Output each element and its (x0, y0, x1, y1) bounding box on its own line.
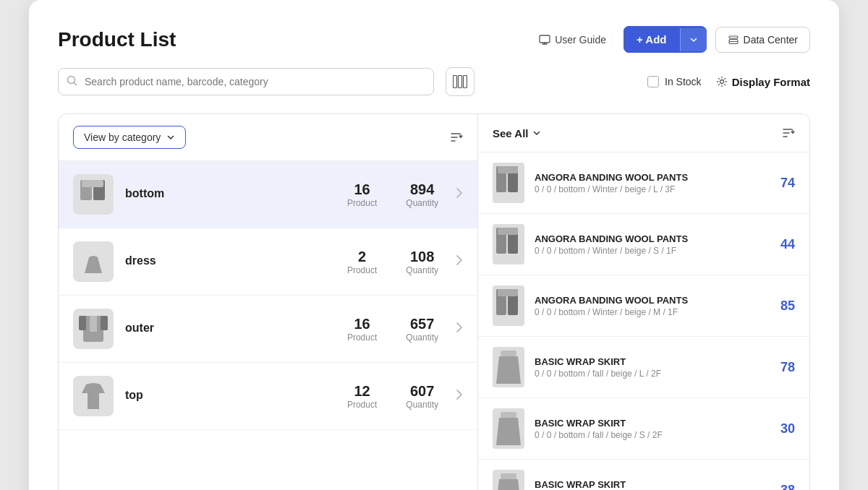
product-quantity: 78 (769, 360, 795, 375)
category-row[interactable]: outer 16 Product 657 Quantity (59, 296, 477, 363)
see-all-button[interactable]: See All (493, 127, 541, 139)
product-row[interactable]: BASIC WRAP SKIRT 0 / 0 / bottom / fall /… (478, 337, 809, 398)
product-thumb (493, 163, 524, 203)
svg-rect-18 (498, 166, 518, 173)
product-name: BASIC WRAP SKIRT (535, 356, 759, 367)
toolbar: In Stock Display Format (58, 67, 810, 96)
product-label: Product (347, 198, 377, 208)
quantity-count: 108 (406, 249, 438, 265)
product-info: ANGORA BANDING WOOL PANTS 0 / 0 / bottom… (535, 295, 759, 317)
left-panel-header: View by category (59, 114, 477, 161)
sort-button[interactable] (448, 130, 463, 145)
svg-point-7 (720, 80, 723, 84)
product-name: BASIC WRAP SKIRT (535, 479, 759, 490)
category-info: top (125, 389, 143, 403)
in-stock-filter[interactable]: In Stock (647, 76, 702, 87)
product-quantity: 85 (769, 298, 795, 314)
product-thumb (493, 285, 524, 326)
page-title: Product List (58, 28, 176, 51)
product-thumb (493, 408, 524, 449)
monitor-icon (539, 34, 550, 46)
svg-rect-21 (498, 228, 518, 235)
product-label: Product (347, 332, 377, 343)
products-sort-button[interactable] (780, 126, 795, 140)
chevron-right-icon (456, 389, 463, 404)
quantity-label: Quantity (406, 400, 438, 410)
search-input[interactable] (58, 68, 434, 95)
product-count-block: 2 Product (347, 249, 377, 275)
add-button-group: + Add (624, 26, 707, 53)
product-thumb (493, 470, 524, 490)
chevron-right-icon (456, 187, 463, 202)
quantity-label: Quantity (406, 265, 438, 275)
quantity-count: 894 (406, 181, 438, 198)
category-name: dress (125, 254, 156, 267)
left-panel: View by category (59, 114, 478, 490)
product-meta: 0 / 0 / bottom / Winter / beige / M / 1F (535, 307, 759, 317)
in-stock-checkbox[interactable] (647, 76, 659, 87)
category-info: bottom (125, 187, 164, 202)
product-info: ANGORA BANDING WOOL PANTS 0 / 0 / bottom… (535, 233, 759, 256)
svg-rect-24 (498, 289, 518, 296)
product-info: BASIC WRAP SKIRT 0 / 0 / bottom / fall /… (535, 418, 759, 440)
quantity-label: Quantity (406, 198, 438, 208)
database-icon (728, 34, 739, 46)
product-label: Product (347, 400, 377, 410)
display-format-button[interactable]: Display Format (716, 76, 810, 88)
product-info: BASIC WRAP SKIRT 0 / 0 / bottom / fall /… (535, 356, 759, 379)
product-row[interactable]: ANGORA BANDING WOOL PANTS 0 / 0 / bottom… (478, 275, 809, 337)
add-main-button[interactable]: + Add (624, 26, 680, 53)
product-count-block: 12 Product (347, 383, 377, 410)
category-row[interactable]: dress 2 Product 108 Quantity (59, 228, 477, 296)
toolbar-right: In Stock Display Format (647, 76, 810, 88)
product-meta: 0 / 0 / bottom / fall / beige / S / 2F (535, 430, 759, 440)
quantity-count: 607 (406, 383, 438, 400)
product-row[interactable]: ANGORA BANDING WOOL PANTS 0 / 0 / bottom… (478, 152, 809, 214)
sort-icon (780, 126, 795, 140)
product-thumb (493, 347, 524, 387)
quantity-block: 607 Quantity (406, 383, 438, 410)
category-row[interactable]: bottom 16 Product 894 Quantity (59, 161, 477, 228)
svg-rect-6 (464, 76, 467, 88)
svg-rect-5 (459, 76, 462, 88)
svg-rect-4 (454, 76, 457, 88)
svg-rect-26 (501, 412, 516, 418)
product-meta: 0 / 0 / bottom / Winter / beige / S / 1F (535, 246, 759, 256)
category-thumb (73, 174, 114, 215)
svg-rect-15 (90, 316, 97, 332)
product-count: 2 (347, 249, 377, 265)
svg-rect-2 (729, 39, 738, 41)
product-count: 12 (347, 383, 377, 400)
product-name: ANGORA BANDING WOOL PANTS (535, 172, 759, 183)
product-quantity: 44 (769, 237, 795, 252)
category-thumb (73, 241, 114, 282)
category-row[interactable]: top 12 Product 607 Quantity (59, 363, 477, 430)
barcode-icon (453, 75, 467, 88)
product-quantity: 38 (769, 483, 795, 491)
product-label: Product (347, 265, 377, 275)
quantity-label: Quantity (406, 332, 438, 343)
product-count-block: 16 Product (347, 316, 377, 343)
svg-rect-10 (82, 180, 103, 187)
barcode-scan-button[interactable] (446, 67, 475, 96)
product-row[interactable]: ANGORA BANDING WOOL PANTS 0 / 0 / bottom… (478, 214, 809, 275)
quantity-block: 657 Quantity (406, 316, 438, 343)
view-by-category-button[interactable]: View by category (73, 126, 186, 149)
chevron-down-icon (166, 133, 175, 142)
product-count: 16 (347, 181, 377, 198)
product-row[interactable]: BASIC WRAP SKIRT 0 / 0 / bottom / fall /… (478, 460, 809, 490)
right-panel: See All ANGORA BANDING (478, 114, 809, 490)
sort-icon (448, 130, 463, 145)
product-info: BASIC WRAP SKIRT 0 / 0 / bottom / fall /… (535, 479, 759, 491)
category-stats: 12 Product 607 Quantity (347, 383, 438, 410)
user-guide-button[interactable]: User Guide (530, 28, 615, 51)
product-quantity: 30 (769, 421, 795, 437)
product-row[interactable]: BASIC WRAP SKIRT 0 / 0 / bottom / fall /… (478, 398, 809, 460)
data-center-button[interactable]: Data Center (715, 27, 810, 53)
category-thumb (73, 376, 114, 416)
product-name: BASIC WRAP SKIRT (535, 418, 759, 429)
add-caret-button[interactable] (680, 28, 707, 51)
product-info: ANGORA BANDING WOOL PANTS 0 / 0 / bottom… (535, 172, 759, 194)
quantity-block: 108 Quantity (406, 249, 438, 275)
category-name: outer (125, 322, 154, 335)
